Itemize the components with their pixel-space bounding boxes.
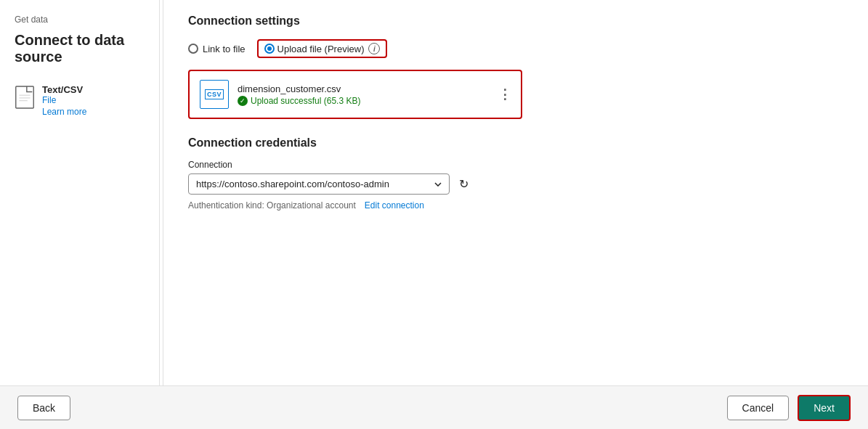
footer-right: Cancel Next (727, 395, 851, 421)
sidebar-file-type: Text/CSV (42, 84, 86, 95)
connection-row: https://contoso.sharepoint.com/contoso-a… (188, 173, 846, 195)
upload-file-label: Upload file (Preview) (277, 44, 365, 54)
csv-icon-label: CSV (205, 89, 224, 99)
upload-file-radio-inner (267, 46, 272, 51)
footer: Back Cancel Next (0, 385, 868, 429)
link-to-file-option[interactable]: Link to file (188, 44, 246, 54)
connection-field-label: Connection (188, 160, 846, 170)
content-area: Connection settings Link to file Upload … (166, 0, 868, 385)
credentials-title: Connection credentials (188, 136, 846, 150)
sidebar-file-info: Text/CSV File Learn more (42, 84, 86, 117)
csv-file-icon-box: CSV (200, 80, 229, 109)
sidebar-file-sublabel: File (42, 95, 86, 105)
upload-status-text: Upload successful (65.3 KB) (251, 96, 360, 106)
file-upload-card: CSV dimension_customer.csv ✓ Upload succ… (188, 70, 522, 119)
link-to-file-radio[interactable] (188, 44, 198, 54)
auth-info: Authentication kind: Organizational acco… (188, 200, 846, 211)
upload-file-option-box[interactable]: Upload file (Preview) i (257, 39, 388, 58)
sidebar-divider (163, 0, 163, 385)
learn-more-link[interactable]: Learn more (42, 107, 86, 117)
footer-left: Back (17, 396, 70, 420)
svg-rect-0 (16, 86, 33, 108)
back-button[interactable]: Back (17, 396, 70, 420)
sidebar: Get data Connect to data source Text/CSV… (0, 0, 160, 385)
file-card-details: dimension_customer.csv ✓ Upload successf… (238, 83, 511, 106)
refresh-icon[interactable]: ↻ (455, 176, 471, 192)
file-icon (15, 86, 35, 109)
edit-connection-link[interactable]: Edit connection (365, 200, 424, 211)
next-button[interactable]: Next (798, 395, 851, 421)
cancel-button[interactable]: Cancel (727, 396, 790, 420)
upload-file-radio[interactable] (264, 44, 275, 54)
file-card-name: dimension_customer.csv (238, 83, 511, 94)
connection-select[interactable]: https://contoso.sharepoint.com/contoso-a… (188, 173, 450, 195)
breadcrumb: Get data (15, 15, 145, 25)
upload-success-icon: ✓ (238, 96, 248, 106)
auth-kind-text: Authentication kind: Organizational acco… (188, 200, 356, 211)
link-to-file-label: Link to file (203, 44, 246, 54)
sidebar-file-item: Text/CSV File Learn more (15, 81, 145, 120)
more-menu-button[interactable]: ⋮ (498, 86, 512, 102)
page-title: Connect to data source (15, 32, 145, 65)
upload-info-icon[interactable]: i (368, 43, 380, 54)
file-card-status: ✓ Upload successful (65.3 KB) (238, 96, 511, 106)
credentials-section: Connection credentials Connection https:… (188, 136, 846, 211)
connection-settings-title: Connection settings (188, 15, 846, 28)
connection-type-radio-group: Link to file Upload file (Preview) i (188, 39, 846, 58)
